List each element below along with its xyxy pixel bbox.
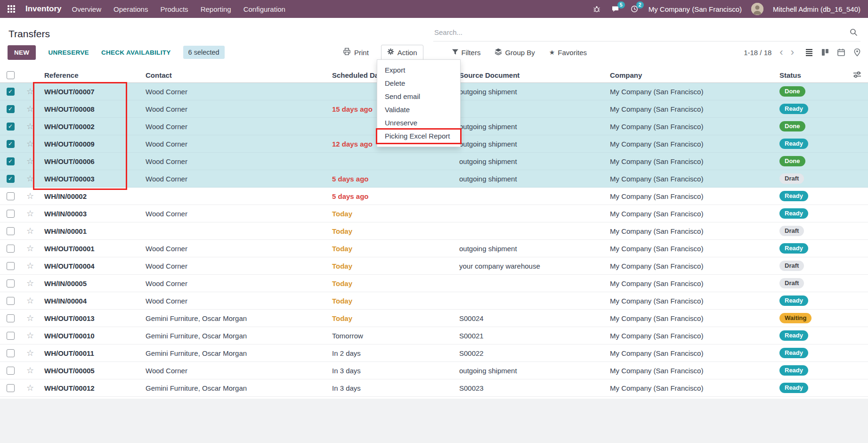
- row-checkbox[interactable]: ✓: [7, 140, 15, 148]
- page-title: Transfers: [8, 28, 50, 40]
- star-icon[interactable]: ☆: [26, 139, 34, 148]
- status-badge: Draft: [779, 278, 804, 288]
- table-row[interactable]: ☆WH/OUT/00001Wood CornerTodayoutgoing sh…: [0, 240, 868, 257]
- header-company[interactable]: Company: [605, 71, 775, 79]
- favorites-button[interactable]: ★ Favorites: [548, 46, 588, 59]
- menu-operations[interactable]: Operations: [114, 5, 148, 13]
- debug-icon[interactable]: [592, 4, 601, 14]
- user-menu[interactable]: Mitchell Admin (db_16_540): [773, 5, 860, 13]
- star-icon[interactable]: ☆: [26, 157, 34, 165]
- activities-clock-icon[interactable]: 2: [630, 4, 639, 14]
- menu-overview[interactable]: Overview: [72, 5, 102, 13]
- row-checkbox[interactable]: ✓: [7, 105, 15, 113]
- star-icon[interactable]: ☆: [26, 174, 34, 183]
- print-button[interactable]: Print: [338, 45, 373, 60]
- action-menu-item-picking-excel-report[interactable]: Picking Excel Report: [377, 130, 460, 143]
- table-row[interactable]: ☆WH/IN/00004Wood CornerTodayMy Company (…: [0, 292, 868, 310]
- row-checkbox[interactable]: ✓: [7, 157, 15, 165]
- star-icon[interactable]: ☆: [26, 262, 34, 270]
- row-checkbox[interactable]: [7, 210, 15, 218]
- star-icon[interactable]: ☆: [26, 87, 34, 96]
- row-checkbox[interactable]: [7, 349, 15, 357]
- action-menu-item-send-email[interactable]: Send email: [377, 90, 460, 103]
- group-by-button[interactable]: Group By: [494, 45, 535, 59]
- row-checkbox[interactable]: ✓: [7, 88, 15, 96]
- star-icon[interactable]: ☆: [26, 279, 34, 287]
- row-checkbox[interactable]: ✓: [7, 175, 15, 183]
- menu-products[interactable]: Products: [160, 5, 188, 13]
- star-icon[interactable]: ☆: [26, 331, 34, 340]
- apps-grid-icon[interactable]: [8, 5, 15, 13]
- kanban-view-icon[interactable]: [821, 48, 829, 57]
- row-checkbox[interactable]: [7, 384, 15, 392]
- action-menu-item-export[interactable]: Export: [377, 64, 460, 77]
- star-icon[interactable]: ☆: [26, 244, 34, 253]
- table-row[interactable]: ☆WH/OUT/00013Gemini Furniture, Oscar Mor…: [0, 310, 868, 327]
- row-checkbox[interactable]: [7, 262, 15, 270]
- header-source[interactable]: Source Document: [454, 71, 605, 79]
- company-switcher[interactable]: My Company (San Francisco): [649, 5, 742, 13]
- star-icon[interactable]: ☆: [26, 296, 34, 305]
- action-menu-item-unreserve[interactable]: Unreserve: [377, 116, 460, 130]
- table-row[interactable]: ✓☆WH/OUT/00003Wood Corner5 days agooutgo…: [0, 170, 868, 188]
- search-icon[interactable]: [850, 28, 858, 36]
- table-row[interactable]: ☆WH/OUT/00012Gemini Furniture, Oscar Mor…: [0, 379, 868, 397]
- new-button[interactable]: NEW: [8, 45, 36, 60]
- star-icon[interactable]: ☆: [26, 122, 34, 131]
- row-checkbox[interactable]: ✓: [7, 123, 15, 131]
- filters-button[interactable]: Filters: [451, 46, 482, 59]
- star-icon[interactable]: ☆: [26, 105, 34, 113]
- header-reference[interactable]: Reference: [40, 71, 141, 79]
- header-status[interactable]: Status: [775, 71, 845, 79]
- table-row[interactable]: ☆WH/OUT/00010Gemini Furniture, Oscar Mor…: [0, 327, 868, 345]
- star-icon[interactable]: ☆: [26, 227, 34, 235]
- menu-reporting[interactable]: Reporting: [201, 5, 231, 13]
- row-checkbox[interactable]: [7, 227, 15, 235]
- action-menu-item-delete[interactable]: Delete: [377, 77, 460, 90]
- print-label: Print: [354, 49, 369, 57]
- pager-prev-icon[interactable]: ‹: [778, 47, 784, 57]
- row-checkbox[interactable]: [7, 332, 15, 340]
- reference-cell: WH/OUT/00010: [40, 332, 141, 340]
- row-checkbox[interactable]: [7, 314, 15, 322]
- check-availability-button[interactable]: CHECK AVAILABILITY: [101, 49, 171, 56]
- table-row[interactable]: ✓☆WH/OUT/00006Wood Corneroutgoing shipme…: [0, 153, 868, 170]
- messages-icon[interactable]: 5: [611, 4, 620, 14]
- star-icon[interactable]: ☆: [26, 192, 34, 200]
- search-input[interactable]: [433, 28, 850, 37]
- star-icon[interactable]: ☆: [26, 314, 34, 322]
- star-icon[interactable]: ☆: [26, 384, 34, 392]
- table-row[interactable]: ☆WH/IN/00001TodayMy Company (San Francis…: [0, 222, 868, 240]
- list-view-icon[interactable]: [805, 48, 813, 57]
- row-checkbox[interactable]: [7, 367, 15, 375]
- header-contact[interactable]: Contact: [141, 71, 327, 79]
- table-row[interactable]: ☆WH/OUT/00011Gemini Furniture, Oscar Mor…: [0, 345, 868, 362]
- adjust-columns-icon[interactable]: [853, 71, 861, 80]
- menu-configuration[interactable]: Configuration: [243, 5, 285, 13]
- select-all-checkbox[interactable]: [7, 71, 15, 79]
- calendar-view-icon[interactable]: [837, 48, 845, 57]
- row-checkbox[interactable]: [7, 279, 15, 287]
- table-row[interactable]: ☆WH/OUT/00005Wood CornerIn 3 daysoutgoin…: [0, 362, 868, 379]
- action-menu-item-validate[interactable]: Validate: [377, 103, 460, 116]
- action-button[interactable]: Action: [381, 45, 423, 60]
- row-checkbox[interactable]: [7, 192, 15, 200]
- pager-next-icon[interactable]: ›: [789, 47, 795, 57]
- app-brand[interactable]: Inventory: [25, 4, 62, 14]
- company-cell: My Company (San Francisco): [605, 297, 775, 305]
- search-bar[interactable]: [433, 24, 860, 41]
- table-row[interactable]: ☆WH/IN/00003Wood CornerTodayMy Company (…: [0, 205, 868, 222]
- unreserve-button[interactable]: UNRESERVE: [48, 49, 89, 56]
- table-row[interactable]: ☆WH/IN/000025 days agoMy Company (San Fr…: [0, 188, 868, 205]
- status-cell: Ready: [775, 295, 845, 306]
- row-checkbox[interactable]: [7, 297, 15, 305]
- row-checkbox[interactable]: [7, 245, 15, 253]
- table-row[interactable]: ☆WH/OUT/00004Wood CornerTodayyour compan…: [0, 257, 868, 275]
- star-icon[interactable]: ☆: [26, 366, 34, 375]
- navbar-menus: OverviewOperationsProductsReportingConfi…: [72, 5, 285, 13]
- table-row[interactable]: ☆WH/IN/00005Wood CornerTodayMy Company (…: [0, 275, 868, 292]
- star-icon[interactable]: ☆: [26, 209, 34, 218]
- star-icon[interactable]: ☆: [26, 349, 34, 357]
- user-avatar[interactable]: [751, 3, 763, 15]
- map-view-icon[interactable]: [853, 48, 861, 57]
